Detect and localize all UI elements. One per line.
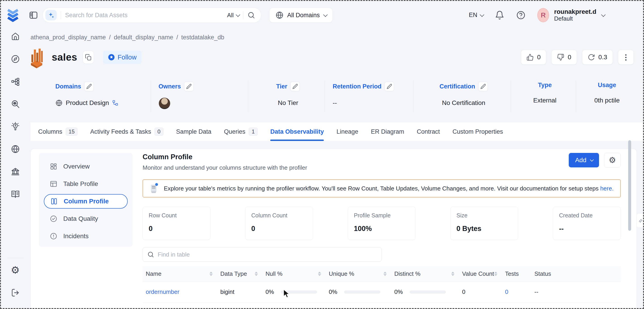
global-search-bar[interactable]: All — [42, 8, 261, 23]
column-name-link[interactable]: ordernumber — [146, 288, 180, 295]
column-header-unique[interactable]: Unique % — [326, 266, 391, 282]
subnav-item-data-quality[interactable]: Data Quality — [44, 211, 128, 226]
banner-here-link[interactable]: here. — [600, 185, 614, 192]
tab-custom-properties[interactable]: Custom Properties — [452, 122, 503, 141]
sort-icon[interactable] — [494, 272, 497, 276]
stat-label: Size — [456, 212, 512, 219]
meta-label: Tier — [276, 83, 287, 90]
tab-activity-feeds-tasks[interactable]: Activity Feeds & Tasks0 — [90, 122, 163, 141]
sort-icon[interactable] — [318, 272, 321, 276]
tab-columns[interactable]: Columns15 — [38, 122, 78, 141]
tab-sample-data[interactable]: Sample Data — [176, 122, 211, 141]
governance-bank-icon[interactable] — [8, 165, 22, 178]
edit-pencil-icon[interactable] — [384, 82, 394, 91]
tests-link[interactable]: 0 — [505, 288, 508, 295]
breadcrumb-service[interactable]: athena_prod_display_name — [30, 34, 106, 41]
meta-group-certification: CertificationNo Certification — [413, 80, 511, 112]
user-menu[interactable]: R rounakpreet.d Default — [537, 8, 604, 22]
meta-value — [159, 98, 244, 109]
find-in-table-input[interactable] — [158, 251, 377, 258]
history-icon — [588, 54, 595, 61]
column-header-name[interactable]: Name — [142, 266, 217, 282]
data-flow-icon[interactable] — [8, 75, 22, 88]
search-scope-dropdown[interactable]: All — [227, 12, 239, 19]
edit-pencil-icon[interactable] — [84, 82, 94, 91]
app-logo-icon[interactable] — [6, 7, 20, 23]
edit-pencil-icon[interactable] — [290, 82, 300, 91]
follow-button[interactable]: Follow — [103, 51, 142, 64]
meta-group-type: TypeExternal — [511, 80, 576, 112]
vertical-scrollbar-thumb[interactable] — [628, 140, 631, 231]
explore-compass-icon[interactable] — [8, 53, 22, 65]
user-name: rounakpreet.d — [554, 8, 596, 15]
all-domains-dropdown[interactable]: All Domains — [269, 8, 332, 23]
column-header-label: Data Type — [220, 270, 247, 277]
sort-icon[interactable] — [451, 272, 454, 276]
sort-icon[interactable] — [384, 272, 387, 276]
add-button[interactable]: Add — [569, 153, 599, 167]
copy-icon[interactable] — [83, 51, 94, 64]
meta-group-header: Owners — [159, 82, 244, 91]
column-header-value-count[interactable]: Value Count — [459, 266, 502, 282]
grid-icon — [50, 163, 58, 170]
chevron-down-icon — [323, 13, 328, 17]
upvote-button[interactable]: 0 — [521, 50, 546, 65]
tab-data-observability[interactable]: Data Observability — [270, 122, 324, 141]
column-header-label: Status — [534, 270, 551, 277]
column-header-data-type[interactable]: Data Type — [217, 266, 262, 282]
subnav-item-column-profile[interactable]: Column Profile — [44, 194, 128, 209]
subnav-item-overview[interactable]: Overview — [44, 159, 128, 174]
home-icon[interactable] — [8, 30, 22, 43]
follow-label: Follow — [118, 54, 137, 61]
column-header-null[interactable]: Null % — [262, 266, 326, 282]
language-dropdown[interactable]: EN — [469, 12, 483, 19]
sort-icon[interactable] — [210, 272, 213, 276]
meta-group-header: Type — [518, 82, 571, 89]
settings-gear-icon[interactable]: ⚙ — [8, 264, 22, 276]
sidebar-toggle-icon[interactable] — [28, 10, 39, 20]
section-title: Column Profile — [142, 153, 307, 161]
edit-pencil-icon[interactable] — [184, 82, 194, 91]
tab-contract[interactable]: Contract — [417, 122, 440, 141]
breadcrumb-database[interactable]: default_display_name — [114, 34, 173, 41]
edit-pencil-icon[interactable] — [478, 82, 488, 91]
find-in-table-box[interactable] — [142, 247, 382, 262]
more-options-kebab-icon[interactable]: ⋮ — [618, 50, 634, 65]
downvote-button[interactable]: 0 — [551, 50, 577, 65]
owner-avatar[interactable] — [159, 98, 170, 109]
sort-icon[interactable] — [255, 272, 258, 276]
version-number: 0.3 — [598, 54, 607, 61]
search-icon[interactable] — [248, 11, 255, 19]
panel-resize-handle[interactable] — [636, 213, 644, 228]
search-input[interactable] — [65, 12, 227, 19]
version-history-button[interactable]: 0.3 — [582, 50, 613, 65]
meta-label: Type — [538, 82, 552, 89]
notifications-bell-icon[interactable] — [495, 11, 504, 20]
ai-sparkle-icon[interactable] — [46, 10, 57, 20]
subnav-item-table-profile[interactable]: Table Profile — [44, 177, 128, 191]
percent-cell: 0% — [266, 288, 322, 295]
logout-icon[interactable] — [8, 286, 22, 299]
tab-label: Columns — [38, 128, 62, 135]
chevron-down-icon — [480, 13, 484, 17]
insights-bulb-icon[interactable] — [8, 120, 22, 133]
stat-value: 0 — [149, 225, 204, 233]
tab-count-badge: 1 — [249, 128, 258, 136]
glossary-book-icon[interactable] — [8, 188, 22, 200]
tab-lineage[interactable]: Lineage — [336, 122, 358, 141]
entity-meta-row: DomainsProduct DesignOwnersTierNo TierRe… — [30, 80, 644, 112]
column-header-distinct[interactable]: Distinct % — [391, 266, 459, 282]
subnav-item-incidents[interactable]: Incidents — [44, 229, 128, 243]
breadcrumb-schema[interactable]: testdatalake_db — [181, 34, 224, 41]
tab-queries[interactable]: Queries1 — [224, 122, 258, 141]
settings-gear-icon[interactable]: ⚙ — [604, 153, 621, 167]
domains-globe-icon[interactable] — [8, 143, 22, 155]
user-block: rounakpreet.d Default — [554, 8, 596, 22]
observability-search-eye-icon[interactable] — [8, 98, 22, 110]
meta-value: External — [518, 95, 571, 106]
tab-er-diagram[interactable]: ER Diagram — [371, 122, 404, 141]
stat-label: Created Date — [559, 212, 614, 219]
meta-group-header: Retention Period — [332, 82, 409, 91]
domain-value[interactable]: Product Design — [66, 99, 109, 107]
help-icon[interactable] — [516, 11, 526, 20]
